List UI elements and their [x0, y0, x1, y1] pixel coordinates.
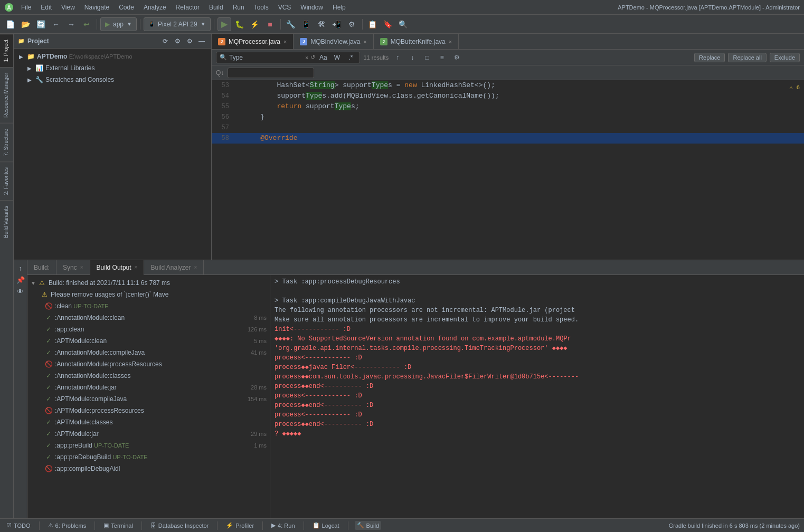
exclude-button[interactable]: Exclude [770, 53, 800, 62]
project-settings-btn[interactable]: ⚙ [172, 36, 183, 46]
tree-item-aptdemo[interactable]: ▶ 📁 APTDemo E:\workspace\APTDemo [14, 51, 211, 62]
menu-build[interactable]: Build [205, 2, 228, 13]
settings-button[interactable]: ⚙ [345, 17, 359, 31]
back-button[interactable]: ← [49, 17, 63, 31]
open-in-find-btn[interactable]: □ [421, 52, 433, 63]
refresh-button[interactable]: 🔄 [34, 17, 48, 31]
project-gear-btn[interactable]: ⚙ [184, 36, 195, 46]
build-up-btn[interactable]: ↑ [15, 262, 26, 274]
tab-close-mqprocessor[interactable]: × [283, 39, 287, 45]
menu-view[interactable]: View [57, 2, 79, 13]
tab-mqbindview[interactable]: J MQBindView.java × [294, 34, 373, 50]
build-item-11[interactable]: ✓ :APTModule:jar 29 ms [27, 428, 270, 440]
build-item-0[interactable]: 🚫 :clean UP-TO-DATE [27, 300, 270, 312]
menu-tools[interactable]: Tools [250, 2, 273, 13]
sidebar-tab-resource-manager[interactable]: Resource Manager [0, 67, 13, 123]
prev-result-btn[interactable]: ↑ [392, 52, 403, 63]
status-logcat[interactable]: 📋 Logcat [310, 521, 342, 530]
debug-button[interactable]: 🐛 [233, 17, 247, 31]
project-collapse-btn[interactable]: — [196, 36, 207, 46]
bottom-tab-sync-close[interactable]: × [80, 264, 83, 270]
status-build-active[interactable]: 🔨 Build [355, 521, 381, 530]
sidebar-tab-favorites[interactable]: 2: Favorites [0, 162, 13, 200]
device-dropdown[interactable]: 📱 Pixel 2 API 29 ▼ [144, 17, 211, 31]
bottom-tab-sync[interactable]: Sync × [56, 260, 90, 275]
app-config-dropdown[interactable]: ▶ app ▼ [100, 17, 137, 31]
build-header-item[interactable]: ▼ ⚠ Build: finished at 2021/7/11 11:1 6s… [27, 277, 270, 289]
avd-button[interactable]: 📱 [299, 17, 313, 31]
undo-button[interactable]: ↩ [80, 17, 93, 31]
whole-word-btn[interactable]: W [331, 52, 343, 63]
clipboard-button[interactable]: 📋 [366, 17, 380, 31]
build-item-4[interactable]: ✓ :AnnotationModule:compileJava 41 ms [27, 347, 270, 358]
settings-search-btn[interactable]: ⚙ [451, 52, 462, 63]
next-result-btn[interactable]: ↓ [406, 52, 418, 63]
build-item-10[interactable]: ✓ :APTModule:classes [27, 416, 270, 428]
build-item-6[interactable]: ✓ :AnnotationModule:classes [27, 370, 270, 382]
sidebar-tab-build-variants[interactable]: Build Variants [0, 200, 13, 243]
build-item-2[interactable]: ✓ :app:clean 126 ms [27, 324, 270, 335]
build-item-13[interactable]: ✓ :app:preDebugBuild UP-TO-DATE [27, 451, 270, 463]
build-output-panel[interactable]: > Task :app:processDebugResources > Task… [270, 275, 804, 518]
gradle-sync-button[interactable]: 🔧 [284, 17, 298, 31]
match-case-btn[interactable]: Aa [317, 52, 329, 63]
menu-analyze[interactable]: Analyze [139, 2, 171, 13]
build-item-1[interactable]: ✓ :AnnotationModule:clean 8 ms [27, 312, 270, 324]
project-sync-btn[interactable]: ⟳ [160, 36, 171, 46]
menu-code[interactable]: Code [115, 2, 138, 13]
stop-button[interactable]: ■ [263, 17, 277, 31]
build-pin-btn[interactable]: 📌 [15, 274, 26, 286]
status-run[interactable]: ▶ 4: Run [269, 521, 297, 530]
tree-arrow-ext-libs[interactable]: ▶ [26, 65, 33, 71]
bookmark-button[interactable]: 🔖 [381, 17, 395, 31]
build-item-5[interactable]: 🚫 :AnnotationModule:processResources [27, 358, 270, 370]
new-file-button[interactable]: 📄 [3, 17, 17, 31]
build-item-3[interactable]: ✓ :APTModule:clean 5 ms [27, 335, 270, 347]
build-item-12[interactable]: ✓ :app:preBuild UP-TO-DATE 1 ms [27, 440, 270, 451]
build-item-7[interactable]: ✓ :AnnotationModule:jar 28 ms [27, 382, 270, 393]
tab-mqprocessor[interactable]: J MQProcessor.java × [212, 34, 294, 50]
tree-item-ext-libs[interactable]: ▶ 📊 External Libraries [14, 62, 211, 74]
device-manager-button[interactable]: 📲 [330, 17, 344, 31]
menu-vcs[interactable]: VCS [274, 2, 296, 13]
code-editor[interactable]: 53 HashSet<String> supportTypes = new Li… [212, 80, 804, 260]
build-eye-btn[interactable]: 👁 [15, 286, 26, 297]
menu-refactor[interactable]: Refactor [172, 2, 204, 13]
status-todo[interactable]: ☑ TODO [4, 521, 33, 530]
search-everywhere-button[interactable]: 🔍 [396, 17, 410, 31]
status-profiler[interactable]: ⚡ Profiler [224, 521, 256, 530]
menu-file[interactable]: File [17, 2, 35, 13]
filter-btn[interactable]: ≡ [436, 52, 448, 63]
search-history-icon[interactable]: ↺ [310, 54, 315, 61]
bottom-tab-build[interactable]: Build: [27, 260, 56, 275]
search-clear-icon[interactable]: × [305, 54, 308, 61]
bottom-tab-build-output[interactable]: Build Output × [90, 260, 145, 275]
run-button[interactable]: ▶ [217, 17, 231, 31]
replace-input[interactable] [228, 68, 314, 78]
tab-close-mqbindview[interactable]: × [363, 39, 366, 45]
profile-button[interactable]: ⚡ [248, 17, 262, 31]
menu-edit[interactable]: Edit [36, 2, 56, 13]
build-item-8[interactable]: ✓ :APTModule:compileJava 154 ms [27, 393, 270, 405]
status-problems[interactable]: ⚠ 6: Problems [46, 521, 89, 530]
status-terminal[interactable]: ▣ Terminal [101, 521, 135, 530]
tab-mqbutterknife[interactable]: J MQButterKnife.java × [374, 34, 459, 50]
build-warning-item[interactable]: ⚠ Please remove usages of `jcenter()` Ma… [27, 289, 270, 300]
status-database-inspector[interactable]: 🗄 Database Inspector [148, 521, 211, 530]
search-input[interactable] [229, 54, 303, 61]
menu-navigate[interactable]: Navigate [80, 2, 113, 13]
tab-close-mqbutterknife[interactable]: × [449, 39, 452, 45]
forward-button[interactable]: → [64, 17, 78, 31]
sidebar-tab-structure[interactable]: 7: Structure [0, 123, 13, 162]
tree-arrow-scratches[interactable]: ▶ [26, 77, 33, 83]
replace-button[interactable]: Replace [694, 53, 725, 62]
menu-help[interactable]: Help [328, 2, 350, 13]
sidebar-tab-project[interactable]: 1: Project [0, 34, 13, 67]
menu-window[interactable]: Window [296, 2, 327, 13]
build-item-14[interactable]: 🚫 :app:compileDebugAidl [27, 463, 270, 474]
menu-run[interactable]: Run [229, 2, 249, 13]
open-button[interactable]: 📂 [18, 17, 32, 31]
build-item-9[interactable]: 🚫 :APTModule:processResources [27, 405, 270, 416]
tree-arrow-aptdemo[interactable]: ▶ [18, 53, 24, 60]
regex-btn[interactable]: .* [345, 52, 356, 63]
